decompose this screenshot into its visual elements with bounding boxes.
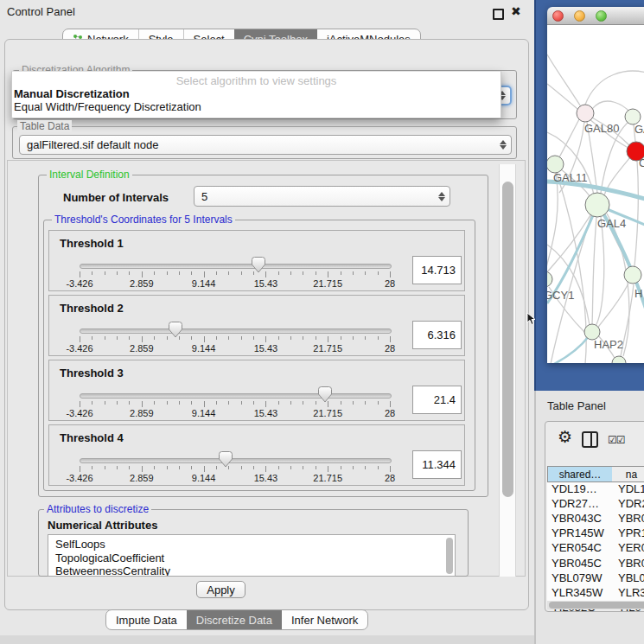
slider-tick [80,466,80,472]
slider-tick [290,401,291,405]
network-node-gal11[interactable] [547,156,564,173]
threshold-slider-track[interactable] [80,328,392,334]
attribute-item-betweennesscentrality[interactable]: BetweennessCentrality [55,564,170,577]
table-settings-gear-icon[interactable]: ⚙ [558,427,572,447]
slider-tick [278,271,279,275]
slider-tick [129,271,130,275]
threshold-slider-thumb[interactable] [219,451,233,471]
slider-tick-label: -3.426 [66,278,92,289]
slider-tick-label: 28 [385,473,395,483]
split-table-icon[interactable] [582,431,598,448]
table-row[interactable]: YLR345WYLR3 [547,586,644,601]
threshold-slider-thumb[interactable] [169,322,182,341]
close-panel-icon[interactable]: ✖ [511,4,521,18]
tab-infer-network[interactable]: Infer Network [282,610,367,629]
threshold-label: Threshold 1 [60,237,124,250]
slider-tick [303,466,303,469]
slider-tick [316,401,316,405]
attribute-item-topologicalcoefficient[interactable]: TopologicalCoefficient [55,552,164,564]
close-window-button[interactable] [552,10,564,22]
slider-tick [241,466,242,469]
cell-shared-name: YBR043C [552,512,602,525]
slider-tick-label: 15.43 [254,473,278,483]
table-row[interactable]: YBR045CYBR0 [547,557,644,571]
slider-tick [129,401,130,405]
table-data-combobox[interactable]: galFiltered.sif default node [19,135,512,155]
threshold-value-field[interactable]: 11.344 [412,450,462,479]
numerical-attributes-list[interactable]: SelfLoopsTopologicalCoefficientBetweenne… [48,534,456,577]
table-scrollbar-thumb[interactable] [549,602,644,609]
cell-name: YBR0 [618,512,644,525]
table-row[interactable]: YBR043CYBR0 [547,512,644,526]
slider-tick [253,336,254,340]
algorithm-dropdown-popup: Select algorithm to view settings Manual… [11,71,501,118]
mouse-cursor [526,312,537,326]
tab-impute-data[interactable]: Impute Data [106,610,187,629]
algorithm-option-equal-width-frequency[interactable]: Equal Width/Frequency Discretization [14,100,201,113]
apply-button[interactable]: Apply [196,581,245,598]
slider-tick [303,336,303,340]
threshold-slider-track[interactable] [80,393,392,399]
threshold-slider-track[interactable] [80,264,392,269]
float-panel-icon[interactable] [493,9,504,20]
table-header-shared-name[interactable]: shared… [547,466,613,482]
slider-tick-label: 2.859 [130,473,154,483]
network-window-titlebar[interactable] [547,7,644,25]
minimize-window-button[interactable] [574,10,585,22]
slider-tick [154,466,155,469]
slider-tick [365,466,366,469]
algorithm-placeholder-option[interactable]: Select algorithm to view settings [12,74,501,87]
algorithm-option-manual-discretization[interactable]: Manual Discretization [14,87,130,100]
panel-scrollbar-thumb[interactable] [502,182,513,497]
threshold-value-field[interactable]: 21.4 [412,386,462,414]
network-canvas[interactable]: GAL80GACGAL11GAL4GCY1HHAP2 [547,25,644,363]
list-scrollbar-thumb[interactable] [446,538,453,574]
attributes-group-label: Attributes to discretize [44,503,151,515]
slider-tick [117,466,118,469]
network-node-label: GAL11 [553,171,588,184]
slider-tick [353,271,354,275]
attribute-item-selfloops[interactable]: SelfLoops [55,538,105,551]
network-node-label: HAP2 [594,338,623,351]
slider-tick [253,401,254,405]
slider-tick [265,271,266,277]
tab-discretize-data[interactable]: Discretize Data [187,610,282,629]
table-row[interactable]: YBL079WYBL0 [547,571,644,586]
combo-stepper-icon[interactable] [438,187,445,206]
slider-tick [92,466,92,469]
slider-tick [204,401,205,407]
panel-scrollbar[interactable] [499,164,516,577]
table-horizontal-scrollbar[interactable] [547,601,644,609]
numerical-attributes-label: Numerical Attributes [48,519,157,532]
interval-definition-label: Interval Definition [47,169,132,181]
table-row[interactable]: YDR27…YDR2 [547,497,644,512]
network-node-h[interactable] [624,266,641,284]
table-row[interactable]: YPR145WYPR1 [547,526,644,541]
threshold-slider-track[interactable] [80,458,392,463]
slider-tick [179,466,180,469]
table-data-label: Table Data [17,120,72,132]
threshold-slider-thumb[interactable] [318,386,332,406]
threshold-slider-thumb[interactable] [252,257,265,277]
combo-stepper-icon[interactable] [500,136,507,154]
slider-tick [105,271,105,275]
table-header-name[interactable]: na [612,466,644,482]
network-node-gal4[interactable] [585,193,609,217]
network-edge [597,284,628,328]
network-node-gcy1[interactable] [547,271,552,287]
network-node-label: GAL80 [584,122,619,135]
slider-tick [179,271,180,275]
slider-tick [378,466,379,469]
column-checkbox-icons[interactable]: ☑☑ [608,434,625,446]
zoom-window-button[interactable] [596,10,607,22]
threshold-value-field[interactable]: 14.713 [412,256,462,284]
number-of-intervals-combobox[interactable]: 5 [194,186,450,207]
slider-tick-label: 9.144 [192,473,216,483]
network-node-gal80[interactable] [577,105,594,122]
slider-tick [142,466,143,472]
threshold-value-field[interactable]: 6.316 [412,321,462,349]
table-row[interactable]: YER054CYER0 [547,541,644,556]
tab-label: Infer Network [291,614,358,627]
cell-name: YPR1 [618,526,644,539]
table-row[interactable]: YDL19…YDL1 [547,482,644,497]
